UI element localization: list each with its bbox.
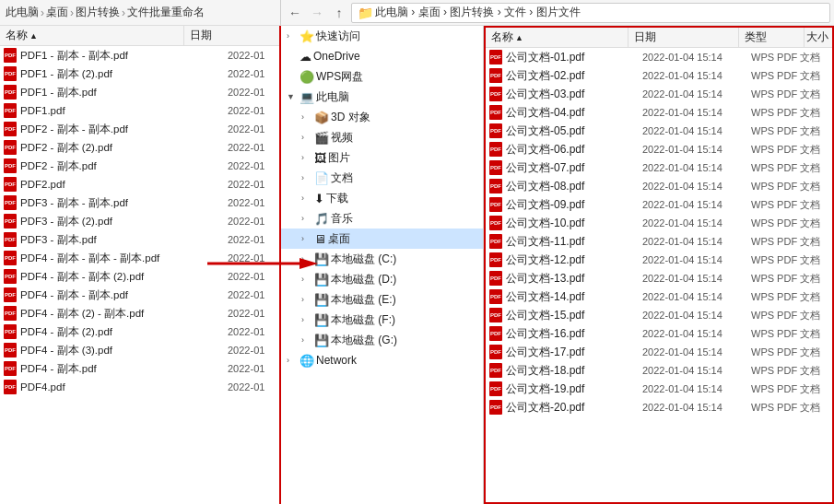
left-file-item[interactable]: PDFPDF4 - 副本 - 副本.pdf2022-01 bbox=[0, 286, 279, 304]
nav-item-local-c[interactable]: ›💾本地磁盘 (C:) bbox=[281, 249, 483, 269]
right-file-item[interactable]: PDF公司文档-06.pdf2022-01-04 15:14WPS PDF 文档 bbox=[486, 140, 832, 158]
nav-item-label: 图片 bbox=[328, 150, 350, 166]
left-file-item[interactable]: PDFPDF2.pdf2022-01 bbox=[0, 175, 279, 193]
pdf-icon: PDF bbox=[489, 381, 502, 396]
file-type: WPS PDF 文档 bbox=[751, 88, 828, 101]
pdf-icon: PDF bbox=[489, 252, 502, 267]
file-type: WPS PDF 文档 bbox=[751, 272, 828, 286]
left-col-name[interactable]: 名称 ▲ bbox=[0, 26, 184, 45]
file-type: WPS PDF 文档 bbox=[751, 253, 828, 267]
right-file-item[interactable]: PDF公司文档-13.pdf2022-01-04 15:14WPS PDF 文档 bbox=[486, 269, 832, 287]
nav-item-download[interactable]: ›⬇下载 bbox=[281, 188, 483, 208]
left-file-item[interactable]: PDFPDF4.pdf2022-01 bbox=[0, 378, 279, 396]
breadcrumb-pc[interactable]: 此电脑 bbox=[6, 5, 39, 20]
address-bar[interactable]: 📁 此电脑 › 桌面 › 图片转换 › 文件 › 图片文件 bbox=[351, 3, 830, 23]
pdf-icon: PDF bbox=[4, 214, 17, 229]
right-file-item[interactable]: PDF公司文档-14.pdf2022-01-04 15:14WPS PDF 文档 bbox=[486, 287, 832, 306]
right-file-item[interactable]: PDF公司文档-10.pdf2022-01-04 15:14WPS PDF 文档 bbox=[486, 214, 832, 232]
left-file-item[interactable]: PDFPDF1.pdf2022-01 bbox=[0, 101, 279, 120]
left-file-item[interactable]: PDFPDF1 - 副本 - 副本.pdf2022-01 bbox=[0, 46, 279, 64]
left-file-item[interactable]: PDFPDF2 - 副本 (2).pdf2022-01 bbox=[0, 138, 279, 157]
file-name: 公司文档-16.pdf bbox=[506, 326, 642, 342]
nav-item-desktop[interactable]: ›🖥桌面 bbox=[281, 229, 483, 249]
right-col-name[interactable]: 名称 ▲ bbox=[486, 28, 628, 47]
nav-item-3d[interactable]: ›📦3D 对象 bbox=[281, 107, 483, 127]
right-col-size[interactable]: 大小 bbox=[805, 28, 832, 47]
nav-item-network[interactable]: ›🌐Network bbox=[281, 350, 483, 370]
nav-item-this-pc[interactable]: ▼💻此电脑 bbox=[281, 87, 483, 107]
right-file-item[interactable]: PDF公司文档-18.pdf2022-01-04 15:14WPS PDF 文档 bbox=[486, 361, 832, 380]
right-file-list: PDF公司文档-01.pdf2022-01-04 15:14WPS PDF 文档… bbox=[486, 48, 832, 502]
pdf-icon: PDF bbox=[489, 345, 502, 359]
left-file-item[interactable]: PDFPDF4 - 副本 - 副本 - 副本.pdf2022-01 bbox=[0, 249, 279, 267]
forward-button[interactable]: → bbox=[307, 3, 327, 23]
nav-item-icon: 💻 bbox=[300, 90, 314, 104]
file-name: 公司文档-19.pdf bbox=[506, 381, 642, 397]
nav-item-local-g[interactable]: ›💾本地磁盘 (G:) bbox=[281, 330, 483, 350]
pdf-icon: PDF bbox=[4, 251, 17, 265]
left-file-item[interactable]: PDFPDF1 - 副本 (2).pdf2022-01 bbox=[0, 64, 279, 83]
expand-arrow: › bbox=[301, 254, 312, 264]
right-file-item[interactable]: PDF公司文档-17.pdf2022-01-04 15:14WPS PDF 文档 bbox=[486, 343, 832, 361]
expand-arrow: › bbox=[287, 31, 298, 41]
nav-item-label: OneDrive bbox=[313, 50, 360, 63]
right-col-date[interactable]: 日期 bbox=[628, 28, 739, 47]
expand-arrow: › bbox=[301, 295, 312, 304]
file-date: 2022-01 bbox=[228, 142, 276, 153]
right-file-item[interactable]: PDF公司文档-19.pdf2022-01-04 15:14WPS PDF 文档 bbox=[486, 380, 832, 398]
file-name: PDF4 - 副本 - 副本 (2).pdf bbox=[20, 270, 228, 284]
nav-item-video[interactable]: ›🎬视频 bbox=[281, 127, 483, 147]
left-file-item[interactable]: PDFPDF4 - 副本 (2).pdf2022-01 bbox=[0, 322, 279, 341]
right-file-item[interactable]: PDF公司文档-11.pdf2022-01-04 15:14WPS PDF 文档 bbox=[486, 232, 832, 251]
right-file-item[interactable]: PDF公司文档-04.pdf2022-01-04 15:14WPS PDF 文档 bbox=[486, 103, 832, 122]
left-file-item[interactable]: PDFPDF3 - 副本.pdf2022-01 bbox=[0, 230, 279, 249]
file-type: WPS PDF 文档 bbox=[751, 180, 828, 193]
right-file-item[interactable]: PDF公司文档-05.pdf2022-01-04 15:14WPS PDF 文档 bbox=[486, 122, 832, 140]
nav-item-local-f[interactable]: ›💾本地磁盘 (F:) bbox=[281, 310, 483, 330]
right-file-item[interactable]: PDF公司文档-01.pdf2022-01-04 15:14WPS PDF 文档 bbox=[486, 48, 832, 66]
left-file-item[interactable]: PDFPDF4 - 副本 - 副本 (2).pdf2022-01 bbox=[0, 267, 279, 286]
left-file-item[interactable]: PDFPDF3 - 副本 (2).pdf2022-01 bbox=[0, 212, 279, 230]
back-button[interactable]: ← bbox=[285, 3, 305, 23]
nav-item-quick-access[interactable]: ›⭐快速访问 bbox=[281, 26, 483, 46]
breadcrumb-rename[interactable]: 文件批量重命名 bbox=[127, 5, 205, 20]
file-name: PDF1 - 副本 - 副本.pdf bbox=[20, 49, 228, 63]
nav-item-wps[interactable]: 🟢WPS网盘 bbox=[281, 66, 483, 87]
file-name: 公司文档-11.pdf bbox=[506, 234, 642, 250]
right-file-item[interactable]: PDF公司文档-12.pdf2022-01-04 15:14WPS PDF 文档 bbox=[486, 251, 832, 269]
breadcrumb-desktop[interactable]: 桌面 bbox=[46, 5, 68, 20]
left-file-item[interactable]: PDFPDF3 - 副本 - 副本.pdf2022-01 bbox=[0, 193, 279, 212]
right-file-item[interactable]: PDF公司文档-08.pdf2022-01-04 15:14WPS PDF 文档 bbox=[486, 177, 832, 195]
right-file-item[interactable]: PDF公司文档-03.pdf2022-01-04 15:14WPS PDF 文档 bbox=[486, 85, 832, 103]
file-name: PDF2 - 副本.pdf bbox=[20, 159, 228, 173]
left-file-item[interactable]: PDFPDF1 - 副本.pdf2022-01 bbox=[0, 83, 279, 101]
right-file-item[interactable]: PDF公司文档-09.pdf2022-01-04 15:14WPS PDF 文档 bbox=[486, 195, 832, 214]
left-file-item[interactable]: PDFPDF4 - 副本 (3).pdf2022-01 bbox=[0, 341, 279, 359]
breadcrumb-convert[interactable]: 图片转换 bbox=[76, 5, 120, 20]
nav-item-picture[interactable]: ›🖼图片 bbox=[281, 147, 483, 168]
file-date: 2022-01-04 15:14 bbox=[642, 365, 751, 376]
up-button[interactable]: ↑ bbox=[329, 3, 349, 23]
left-file-item[interactable]: PDFPDF2 - 副本.pdf2022-01 bbox=[0, 157, 279, 175]
right-col-headers: 名称 ▲ 日期 类型 大小 bbox=[486, 28, 832, 48]
right-file-item[interactable]: PDF公司文档-16.pdf2022-01-04 15:14WPS PDF 文档 bbox=[486, 324, 832, 343]
right-col-type[interactable]: 类型 bbox=[739, 28, 805, 47]
nav-item-onedrive[interactable]: ☁OneDrive bbox=[281, 46, 483, 66]
pdf-icon: PDF bbox=[489, 308, 502, 322]
left-file-item[interactable]: PDFPDF4 - 副本.pdf2022-01 bbox=[0, 359, 279, 378]
file-type: WPS PDF 文档 bbox=[751, 161, 828, 175]
right-file-item[interactable]: PDF公司文档-15.pdf2022-01-04 15:14WPS PDF 文档 bbox=[486, 306, 832, 324]
right-file-item[interactable]: PDF公司文档-02.pdf2022-01-04 15:14WPS PDF 文档 bbox=[486, 66, 832, 85]
nav-item-document[interactable]: ›📄文档 bbox=[281, 168, 483, 188]
nav-item-local-e[interactable]: ›💾本地磁盘 (E:) bbox=[281, 289, 483, 310]
left-file-item[interactable]: PDFPDF4 - 副本 (2) - 副本.pdf2022-01 bbox=[0, 304, 279, 322]
right-file-item[interactable]: PDF公司文档-07.pdf2022-01-04 15:14WPS PDF 文档 bbox=[486, 158, 832, 177]
right-file-item[interactable]: PDF公司文档-20.pdf2022-01-04 15:14WPS PDF 文档 bbox=[486, 398, 832, 416]
nav-item-music[interactable]: ›🎵音乐 bbox=[281, 208, 483, 229]
left-file-item[interactable]: PDFPDF2 - 副本 - 副本.pdf2022-01 bbox=[0, 120, 279, 138]
pdf-icon: PDF bbox=[489, 87, 502, 101]
left-col-date[interactable]: 日期 bbox=[184, 26, 279, 45]
file-date: 2022-01 bbox=[228, 271, 276, 282]
file-name: 公司文档-08.pdf bbox=[506, 179, 642, 194]
nav-item-local-d[interactable]: ›💾本地磁盘 (D:) bbox=[281, 269, 483, 289]
